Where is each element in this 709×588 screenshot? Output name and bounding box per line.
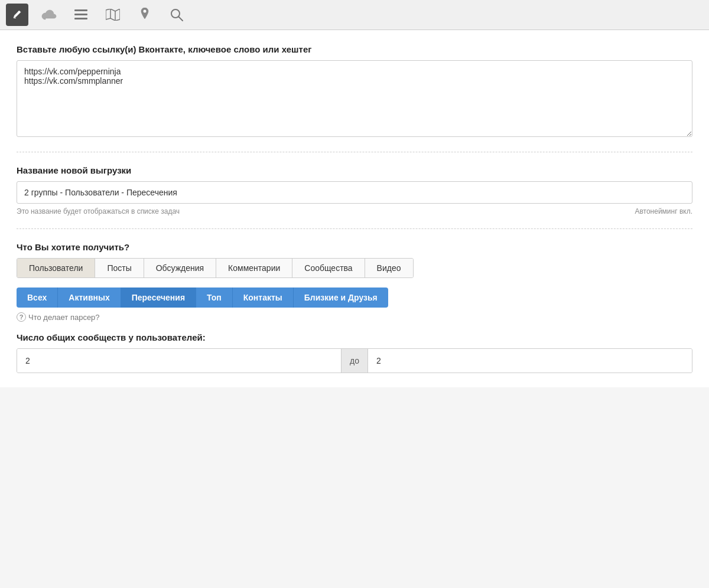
map-icon[interactable] (102, 4, 124, 26)
autonaming-text: Автонейминг вкл. (635, 207, 692, 215)
parser-hint-text: Что делает парсер? (28, 313, 100, 322)
tab-posts[interactable]: Посты (95, 259, 144, 277)
tab-communities[interactable]: Сообщества (292, 259, 365, 277)
cloud-icon[interactable] (38, 4, 60, 26)
tab-users[interactable]: Пользователи (17, 259, 95, 277)
range-from-input[interactable] (17, 349, 341, 373)
search-icon[interactable] (165, 4, 188, 26)
svg-line-9 (179, 17, 183, 21)
svg-point-7 (144, 10, 147, 13)
filter-top[interactable]: Топ (196, 288, 233, 308)
edit-icon[interactable] (6, 4, 28, 26)
svg-rect-1 (74, 9, 87, 11)
pin-icon[interactable] (134, 4, 156, 26)
tab-video[interactable]: Видео (365, 259, 413, 277)
filter-active[interactable]: Активных (58, 288, 121, 308)
tab-discussions[interactable]: Обсуждения (144, 259, 216, 277)
content-tabs: Пользователи Посты Обсуждения Комментари… (17, 258, 414, 278)
name-hint-row: Это название будет отображаться в списке… (17, 207, 692, 215)
svg-rect-2 (74, 14, 87, 15)
communities-section: Число общих сообществ у пользователей: д… (17, 332, 692, 373)
filter-close-friends[interactable]: Близкие и Друзья (294, 288, 388, 308)
filter-intersections[interactable]: Пересечения (121, 288, 196, 308)
tab-comments[interactable]: Комментарии (216, 259, 292, 277)
communities-label: Число общих сообществ у пользователей: (17, 332, 692, 342)
range-row: до (17, 348, 692, 373)
url-textarea[interactable]: https://vk.com/pepperninja https://vk.co… (17, 60, 692, 137)
lines-icon[interactable] (70, 4, 92, 26)
divider-1 (17, 152, 692, 152)
name-input[interactable] (17, 181, 692, 204)
filter-tabs: Всех Активных Пересечения Топ Контакты Б… (17, 288, 388, 308)
url-section: Вставьте любую ссылку(и) Вконтакте, ключ… (17, 44, 692, 139)
toolbar (0, 0, 709, 30)
url-section-label: Вставьте любую ссылку(и) Вконтакте, ключ… (17, 44, 692, 54)
range-separator: до (341, 349, 368, 373)
name-section: Название новой выгрузки Это название буд… (17, 165, 692, 215)
divider-2 (17, 228, 692, 229)
what-get-label: Что Вы хотите получить? (17, 242, 692, 252)
parser-hint: ? Что делает парсер? (17, 312, 692, 322)
svg-rect-3 (74, 18, 87, 19)
what-get-section: Что Вы хотите получить? Пользователи Пос… (17, 242, 692, 322)
name-hint-text: Это название будет отображаться в списке… (17, 207, 180, 215)
filter-contacts[interactable]: Контакты (233, 288, 294, 308)
main-content: Вставьте любую ссылку(и) Вконтакте, ключ… (0, 30, 709, 387)
svg-marker-4 (106, 9, 120, 21)
range-to-input[interactable] (368, 349, 692, 373)
filter-all[interactable]: Всех (17, 288, 58, 308)
parser-hint-icon[interactable]: ? (17, 312, 26, 322)
name-section-label: Название новой выгрузки (17, 165, 692, 175)
